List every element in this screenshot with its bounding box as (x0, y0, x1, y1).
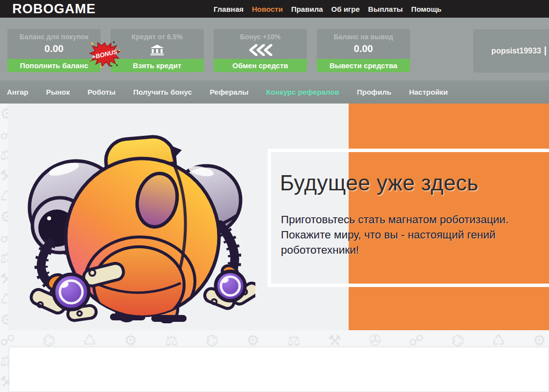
tab-konkurs-referalov[interactable]: Конкурс рефералов (266, 88, 339, 96)
bank-icon (110, 44, 204, 56)
main-content: ⚙ ⚖ ⚒ ✇ ☍ ⌬ ♺ ⚙ ⚖ ⌬ ⚙ ⚖ ⚒ ✇ ☍ ⌬ ♺ ⚙ ⚖ ⌬ … (0, 104, 549, 392)
purchase-balance-card: Баланс для покупок 0.00 Пополнить баланс (7, 29, 101, 72)
promo-heading: Будущее уже здесь (280, 171, 478, 195)
menu-item-novosti[interactable]: Новости (252, 5, 283, 13)
menu-item-vyplaty[interactable]: Выплаты (368, 5, 403, 13)
robot-illustration (10, 119, 255, 325)
content-section-box (9, 347, 549, 392)
menu-item-glavnaya[interactable]: Главная (214, 5, 244, 13)
withdraw-funds-button[interactable]: Вывести средства (317, 59, 410, 72)
user-account-card[interactable]: popsist19933 (473, 29, 549, 73)
purchase-balance-title: Баланс для покупок (7, 33, 101, 41)
tab-profil[interactable]: Профиль (357, 88, 391, 96)
exchange-funds-button[interactable]: Обмен средств (214, 59, 307, 72)
top-menu: Главная Новости Правила Об игре Выплаты … (214, 0, 441, 18)
purchase-balance-value: 0.00 (7, 43, 101, 54)
credit-title: Кредит от 6.5% (110, 33, 204, 41)
tab-poluchit-bonus[interactable]: Получить бонус (133, 88, 192, 96)
tab-roboty[interactable]: Роботы (87, 88, 115, 96)
take-credit-button[interactable]: Взять кредит (110, 59, 204, 72)
balance-bar: Баланс для покупок 0.00 Пополнить баланс… (0, 18, 549, 80)
tab-nastroyki[interactable]: Настройки (409, 88, 448, 96)
promo-card: Будущее уже здесь Приготовьтесь стать ма… (268, 149, 549, 287)
tab-rynok[interactable]: Рынок (46, 88, 70, 96)
menu-item-pravila[interactable]: Правила (291, 5, 323, 13)
username: popsist19933 (492, 47, 541, 55)
tab-referaly[interactable]: Рефералы (210, 88, 248, 96)
credit-card: Кредит от 6.5% Взять кредит (110, 29, 204, 72)
menu-item-pomosch[interactable]: Помощь (411, 5, 441, 13)
withdraw-balance-value: 0.00 (317, 43, 410, 54)
bonus-title: Бонус +10% (214, 33, 307, 41)
top-up-balance-button[interactable]: Пополнить баланс (7, 59, 101, 72)
game-tab-bar: Ангар Рынок Роботы Получить бонус Рефера… (0, 80, 549, 104)
top-navigation-bar: ROBOGAME Главная Новости Правила Об игре… (0, 0, 549, 18)
menu-item-ob-igre[interactable]: Об игре (331, 5, 360, 13)
withdraw-balance-card: Баланс на вывод 0.00 Вывести средства (317, 29, 410, 72)
bonus-exchange-card: Бонус +10% Обмен средств (214, 29, 307, 72)
bonus-burst-badge: +BONUS (88, 41, 121, 70)
promo-paragraph: Приготовьтесь стать магнатом роботизации… (281, 212, 529, 258)
site-logo[interactable]: ROBOGAME (12, 1, 96, 17)
withdraw-balance-title: Баланс на вывод (317, 33, 410, 41)
triple-chevron-left-icon (214, 44, 307, 56)
robogame-page: ROBOGAME Главная Новости Правила Об игре… (0, 0, 549, 392)
user-card-separator (545, 47, 546, 55)
tab-angar[interactable]: Ангар (7, 88, 28, 96)
